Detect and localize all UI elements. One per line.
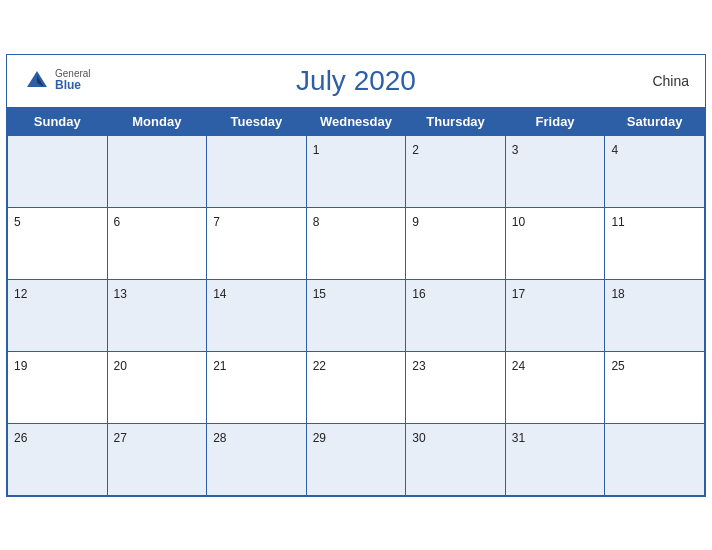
calendar-day-cell: 5 [8, 207, 108, 279]
day-number: 30 [412, 431, 425, 445]
day-number: 3 [512, 143, 519, 157]
calendar-day-cell: 24 [505, 351, 605, 423]
day-number: 28 [213, 431, 226, 445]
header-saturday: Saturday [605, 107, 705, 135]
brand-logo: General Blue [23, 67, 91, 95]
header-monday: Monday [107, 107, 207, 135]
day-number: 10 [512, 215, 525, 229]
day-number: 16 [412, 287, 425, 301]
calendar-day-cell: 6 [107, 207, 207, 279]
calendar-day-cell: 19 [8, 351, 108, 423]
calendar-week-row: 19202122232425 [8, 351, 705, 423]
day-number: 6 [114, 215, 121, 229]
day-number: 15 [313, 287, 326, 301]
day-number: 1 [313, 143, 320, 157]
calendar-day-cell [207, 135, 307, 207]
calendar-day-cell: 21 [207, 351, 307, 423]
calendar-day-cell: 27 [107, 423, 207, 495]
day-number: 22 [313, 359, 326, 373]
calendar-day-cell [605, 423, 705, 495]
calendar-day-cell [8, 135, 108, 207]
day-number: 24 [512, 359, 525, 373]
day-number: 25 [611, 359, 624, 373]
weekday-header-row: Sunday Monday Tuesday Wednesday Thursday… [8, 107, 705, 135]
header-tuesday: Tuesday [207, 107, 307, 135]
calendar-day-cell: 17 [505, 279, 605, 351]
day-number: 31 [512, 431, 525, 445]
day-number: 11 [611, 215, 624, 229]
calendar-table: Sunday Monday Tuesday Wednesday Thursday… [7, 107, 705, 496]
calendar-day-cell: 10 [505, 207, 605, 279]
calendar-day-cell: 20 [107, 351, 207, 423]
header-wednesday: Wednesday [306, 107, 406, 135]
day-number: 12 [14, 287, 27, 301]
header-sunday: Sunday [8, 107, 108, 135]
calendar-day-cell: 23 [406, 351, 506, 423]
calendar-week-row: 567891011 [8, 207, 705, 279]
day-number: 26 [14, 431, 27, 445]
calendar-day-cell: 8 [306, 207, 406, 279]
calendar-day-cell [107, 135, 207, 207]
calendar-day-cell: 22 [306, 351, 406, 423]
calendar-day-cell: 26 [8, 423, 108, 495]
day-number: 14 [213, 287, 226, 301]
day-number: 23 [412, 359, 425, 373]
calendar-day-cell: 31 [505, 423, 605, 495]
calendar-week-row: 262728293031 [8, 423, 705, 495]
day-number: 8 [313, 215, 320, 229]
calendar-day-cell: 13 [107, 279, 207, 351]
day-number: 19 [14, 359, 27, 373]
header-thursday: Thursday [406, 107, 506, 135]
calendar-day-cell: 4 [605, 135, 705, 207]
calendar-week-row: 1234 [8, 135, 705, 207]
calendar-day-cell: 29 [306, 423, 406, 495]
calendar-day-cell: 18 [605, 279, 705, 351]
calendar-day-cell: 15 [306, 279, 406, 351]
calendar-header: General Blue July 2020 China [7, 55, 705, 107]
calendar-day-cell: 14 [207, 279, 307, 351]
header-friday: Friday [505, 107, 605, 135]
calendar-day-cell: 7 [207, 207, 307, 279]
calendar-week-row: 12131415161718 [8, 279, 705, 351]
day-number: 4 [611, 143, 618, 157]
calendar-day-cell: 28 [207, 423, 307, 495]
country-label: China [652, 73, 689, 89]
day-number: 7 [213, 215, 220, 229]
day-number: 29 [313, 431, 326, 445]
calendar-day-cell: 3 [505, 135, 605, 207]
calendar-day-cell: 9 [406, 207, 506, 279]
calendar-day-cell: 30 [406, 423, 506, 495]
day-number: 5 [14, 215, 21, 229]
day-number: 17 [512, 287, 525, 301]
calendar-day-cell: 1 [306, 135, 406, 207]
calendar-day-cell: 2 [406, 135, 506, 207]
calendar: General Blue July 2020 China Sunday Mond… [6, 54, 706, 497]
day-number: 9 [412, 215, 419, 229]
day-number: 20 [114, 359, 127, 373]
day-number: 13 [114, 287, 127, 301]
day-number: 2 [412, 143, 419, 157]
brand-blue-text: Blue [55, 79, 91, 92]
day-number: 21 [213, 359, 226, 373]
calendar-day-cell: 11 [605, 207, 705, 279]
day-number: 18 [611, 287, 624, 301]
calendar-title: July 2020 [23, 65, 689, 97]
day-number: 27 [114, 431, 127, 445]
calendar-day-cell: 25 [605, 351, 705, 423]
calendar-day-cell: 12 [8, 279, 108, 351]
calendar-day-cell: 16 [406, 279, 506, 351]
